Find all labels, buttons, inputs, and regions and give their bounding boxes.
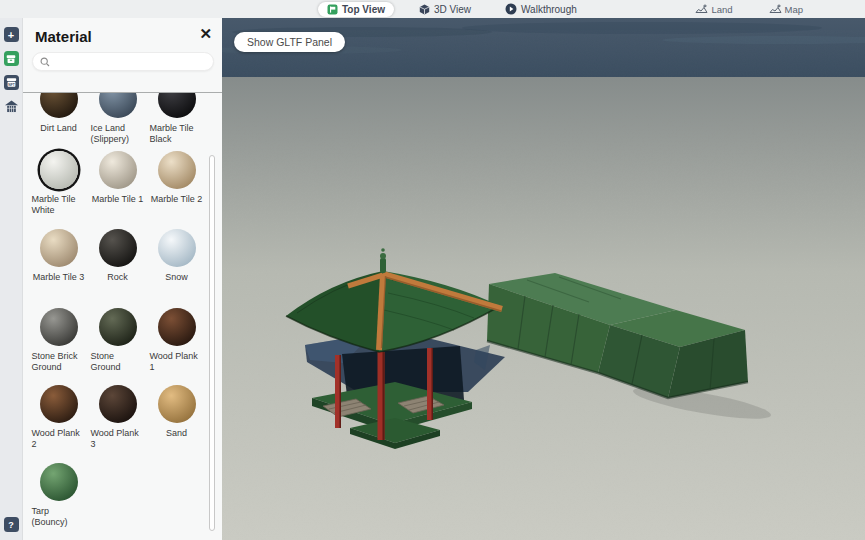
material-thumbnail[interactable] (158, 151, 196, 189)
material-label: Wood Plank 1 (150, 351, 204, 374)
tab-label: 3D View (434, 4, 471, 15)
close-button[interactable]: ✕ (199, 26, 212, 41)
material-label: Rock (107, 272, 128, 283)
material-label: Marble Tile 2 (151, 194, 203, 205)
search-box[interactable] (32, 52, 214, 71)
nft-label: NFT (8, 83, 14, 87)
material-item-marble-tile-black[interactable]: Marble Tile Black (147, 93, 206, 146)
home-icon (4, 99, 19, 114)
topbar-right: Land Map (695, 0, 803, 18)
material-thumbnail[interactable] (99, 308, 137, 346)
play-icon (505, 3, 517, 15)
land-button[interactable]: Land (695, 4, 732, 15)
material-thumbnail[interactable] (40, 463, 78, 501)
material-thumbnail[interactable] (158, 308, 196, 346)
material-label: Marble Tile White (32, 194, 86, 217)
question-icon: ? (8, 520, 14, 530)
land-map-icon (695, 4, 708, 14)
material-item-tarp-bouncy[interactable]: Tarp (Bouncy) (29, 463, 88, 529)
material-thumbnail[interactable] (99, 93, 137, 118)
nft-box-icon: NFT (5, 76, 18, 89)
panel-title: Material (35, 28, 212, 45)
material-thumbnail[interactable] (40, 229, 78, 267)
material-panel: Material ✕ Dirt Land Ice Land (Slippery)… (22, 18, 222, 540)
material-thumbnail[interactable] (99, 385, 137, 423)
material-item-stone-brick-ground[interactable]: Stone Brick Ground (29, 308, 88, 374)
home-button[interactable] (4, 99, 19, 114)
panel-header: Material ✕ (23, 18, 222, 45)
search-input[interactable] (54, 56, 206, 67)
tab-label: Walkthrough (521, 4, 577, 15)
material-label: Marble Tile 1 (92, 194, 144, 205)
cloud-streak (462, 22, 822, 34)
cube-icon (419, 4, 430, 15)
material-item-marble-tile-2[interactable]: Marble Tile 2 (147, 151, 206, 205)
top-view-icon (327, 4, 338, 15)
search-icon (40, 57, 50, 67)
material-label: Marble Tile Black (150, 123, 204, 146)
map-label: Map (785, 4, 803, 15)
material-label: Wood Plank 3 (91, 428, 145, 451)
tab-top-view[interactable]: Top View (318, 2, 394, 17)
material-item-stone-ground[interactable]: Stone Ground (88, 308, 147, 374)
material-item-dirt-land[interactable]: Dirt Land (29, 93, 88, 134)
material-item-marble-tile-1[interactable]: Marble Tile 1 (88, 151, 147, 205)
material-item-rock[interactable]: Rock (88, 229, 147, 283)
material-scroll-area[interactable]: Dirt Land Ice Land (Slippery) Marble Til… (23, 93, 222, 540)
material-label: Sand (166, 428, 187, 439)
material-item-marble-tile-white[interactable]: Marble Tile White (29, 151, 88, 217)
material-label: Wood Plank 2 (32, 428, 86, 451)
material-item-wood-plank-3[interactable]: Wood Plank 3 (88, 385, 147, 451)
help-button[interactable]: ? (4, 517, 19, 532)
material-label: Dirt Land (40, 123, 77, 134)
material-thumbnail[interactable] (158, 385, 196, 423)
material-thumbnail[interactable] (99, 229, 137, 267)
topbar: Top View 3D View Walkthrough Land (0, 0, 865, 18)
material-label: Ice Land (Slippery) (91, 123, 145, 146)
tab-3d-view[interactable]: 3D View (410, 2, 480, 17)
material-item-ice-land-slippery[interactable]: Ice Land (Slippery) (88, 93, 147, 146)
material-thumbnail[interactable] (40, 93, 78, 118)
viewport[interactable]: Show GLTF Panel (222, 18, 865, 540)
material-item-marble-tile-3[interactable]: Marble Tile 3 (29, 229, 88, 283)
material-label: Marble Tile 3 (33, 272, 85, 283)
material-thumbnail[interactable] (158, 93, 196, 118)
view-tabs: Top View 3D View Walkthrough (318, 0, 586, 18)
material-box-icon (5, 53, 17, 65)
material-tool-button[interactable] (4, 51, 19, 66)
close-icon: ✕ (199, 25, 212, 42)
plus-button[interactable]: + (4, 27, 19, 42)
material-item-wood-plank-2[interactable]: Wood Plank 2 (29, 385, 88, 451)
tab-label: Top View (342, 4, 385, 15)
material-label: Snow (165, 272, 188, 283)
material-label: Tarp (Bouncy) (32, 506, 86, 529)
material-thumbnail[interactable] (99, 151, 137, 189)
material-item-sand[interactable]: Sand (147, 385, 206, 439)
material-item-snow[interactable]: Snow (147, 229, 206, 283)
map-icon (769, 4, 782, 14)
material-thumbnail[interactable] (40, 151, 78, 189)
tab-walkthrough[interactable]: Walkthrough (496, 2, 586, 17)
material-grid: Dirt Land Ice Land (Slippery) Marble Til… (23, 93, 222, 540)
scrollbar[interactable] (209, 155, 215, 531)
material-thumbnail[interactable] (40, 385, 78, 423)
material-thumbnail[interactable] (40, 308, 78, 346)
material-thumbnail[interactable] (158, 229, 196, 267)
material-item-wood-plank-1[interactable]: Wood Plank 1 (147, 308, 206, 374)
land-label: Land (711, 4, 732, 15)
scene-canvas[interactable] (222, 18, 865, 540)
material-label: Stone Ground (91, 351, 145, 374)
show-gltf-panel-button[interactable]: Show GLTF Panel (234, 32, 345, 52)
nft-box-button[interactable]: NFT (4, 75, 19, 90)
map-button[interactable]: Map (769, 4, 803, 15)
tool-rail: + NFT ? (0, 18, 22, 540)
plus-icon: + (8, 29, 14, 41)
material-label: Stone Brick Ground (32, 351, 86, 374)
